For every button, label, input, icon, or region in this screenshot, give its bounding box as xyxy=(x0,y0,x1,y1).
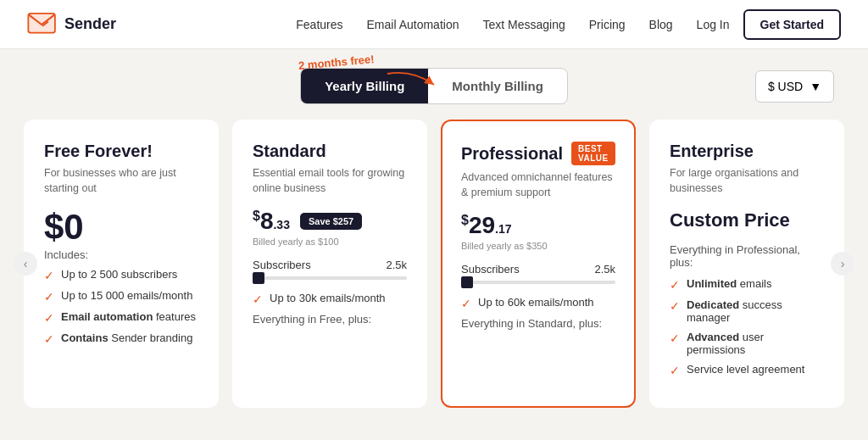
standard-price-row: $8.33 Save $257 xyxy=(253,209,407,233)
list-item: ✓Up to 60k emails/month xyxy=(461,296,615,310)
currency-label: $ USD xyxy=(768,80,803,93)
free-plan-price: $0 xyxy=(44,209,198,245)
free-includes-label: Includes: xyxy=(44,248,198,261)
free-plan-name: Free Forever! xyxy=(44,142,198,161)
check-icon: ✓ xyxy=(44,290,54,304)
list-item: ✓Advanced user permissions xyxy=(670,331,824,356)
list-item: ✓Email automation features xyxy=(44,310,198,325)
check-icon: ✓ xyxy=(44,311,54,325)
standard-billed-note: Billed yearly as $100 xyxy=(253,237,407,247)
subscribers-label: Subscribers xyxy=(253,259,311,271)
enterprise-feature-list: ✓Unlimited emails ✓Dedicated success man… xyxy=(670,277,824,377)
standard-plan-description: Essential email tools for growing online… xyxy=(253,166,407,196)
list-item: ✓Service level agreement xyxy=(670,363,824,377)
monthly-billing-button[interactable]: Monthly Billing xyxy=(428,69,566,103)
subscribers-label: Subscribers xyxy=(461,263,520,276)
standard-slider[interactable] xyxy=(253,276,407,280)
check-icon: ✓ xyxy=(44,332,54,346)
check-icon: ✓ xyxy=(670,331,680,345)
enterprise-everything-label: Everything in Professional, plus: xyxy=(670,243,824,269)
pricing-cards: ‹ Free Forever! For businesses who are j… xyxy=(0,120,868,408)
nav-pricing[interactable]: Pricing xyxy=(589,18,626,31)
standard-price: $8.33 xyxy=(253,209,290,233)
check-icon: ✓ xyxy=(253,292,263,306)
enterprise-plan-description: For large organisations and businesses xyxy=(670,166,824,196)
subscribers-count: 2.5k xyxy=(594,263,615,276)
billing-area: 2 months free! Yearly Billing Monthly Bi… xyxy=(0,49,868,120)
standard-plan-card: Standard Essential email tools for growi… xyxy=(232,120,427,408)
professional-subscribers-row: Subscribers 2.5k xyxy=(461,263,615,276)
best-value-badge: BEST VALUE xyxy=(571,142,615,165)
logo-text: Sender xyxy=(64,15,116,33)
standard-subscribers-row: Subscribers 2.5k xyxy=(253,259,407,271)
nav-features[interactable]: Features xyxy=(296,18,342,31)
navbar: Sender Features Email Automation Text Me… xyxy=(0,0,868,49)
slider-thumb[interactable] xyxy=(253,272,264,284)
check-icon: ✓ xyxy=(44,269,54,282)
svg-rect-0 xyxy=(28,13,56,34)
professional-price-row: $29.17 xyxy=(461,214,615,237)
subscribers-count: 2.5k xyxy=(386,259,407,271)
logo-icon xyxy=(27,13,58,36)
list-item: ✓Dedicated success manager xyxy=(670,298,824,324)
check-icon: ✓ xyxy=(670,299,680,313)
login-link[interactable]: Log In xyxy=(697,18,730,31)
check-icon: ✓ xyxy=(670,278,680,292)
nav-email-automation[interactable]: Email Automation xyxy=(367,18,459,31)
professional-billed-note: Billed yearly as $350 xyxy=(461,241,615,251)
professional-feature-list: ✓Up to 60k emails/month xyxy=(461,296,615,310)
list-item: ✓Up to 2 500 subscribers xyxy=(44,268,198,282)
chevron-down-icon: ▼ xyxy=(810,80,821,93)
professional-price: $29.17 xyxy=(461,214,512,237)
standard-plan-name: Standard xyxy=(253,142,407,161)
nav-links: Features Email Automation Text Messaging… xyxy=(296,17,672,32)
standard-everything-label: Everything in Free, plus: xyxy=(253,313,407,326)
free-plan-card: ‹ Free Forever! For businesses who are j… xyxy=(24,120,219,408)
prev-arrow-button[interactable]: ‹ xyxy=(14,252,37,276)
list-item: ✓Unlimited emails xyxy=(670,277,824,292)
slider-thumb[interactable] xyxy=(461,276,473,288)
next-arrow-button[interactable]: › xyxy=(831,252,854,276)
arrow-icon xyxy=(383,70,442,95)
professional-plan-name: Professional BEST VALUE xyxy=(461,142,615,165)
professional-plan-description: Advanced omnichannel features & premium … xyxy=(461,170,615,200)
get-started-button[interactable]: Get Started xyxy=(743,9,841,40)
professional-plan-card: Professional BEST VALUE Advanced omnicha… xyxy=(441,120,636,408)
check-icon: ✓ xyxy=(670,364,680,377)
list-item: ✓Contains Sender branding xyxy=(44,331,198,346)
list-item: ✓Up to 30k emails/month xyxy=(253,292,407,306)
professional-slider[interactable] xyxy=(461,281,615,284)
currency-select[interactable]: $ USD ▼ xyxy=(755,70,834,103)
standard-feature-list: ✓Up to 30k emails/month xyxy=(253,292,407,306)
nav-blog[interactable]: Blog xyxy=(649,18,673,31)
nav-text-messaging[interactable]: Text Messaging xyxy=(482,18,565,31)
list-item: ✓Up to 15 000 emails/month xyxy=(44,289,198,304)
free-plan-description: For businesses who are just starting out xyxy=(44,166,198,196)
free-feature-list: ✓Up to 2 500 subscribers ✓Up to 15 000 e… xyxy=(44,268,198,346)
check-icon: ✓ xyxy=(461,297,471,310)
enterprise-plan-name: Enterprise xyxy=(670,142,824,161)
enterprise-plan-card: › Enterprise For large organisations and… xyxy=(649,120,844,408)
logo[interactable]: Sender xyxy=(27,13,116,36)
save-badge: Save $257 xyxy=(300,213,362,230)
enterprise-price: Custom Price xyxy=(670,209,824,231)
professional-everything-label: Everything in Standard, plus: xyxy=(461,317,615,330)
